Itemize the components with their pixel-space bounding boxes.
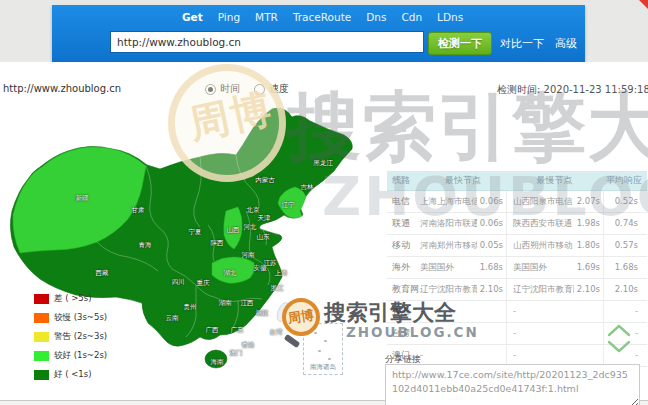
nav-item-traceroute[interactable]: TraceRoute	[293, 11, 351, 23]
col-line: 线路	[387, 171, 420, 190]
table-row[interactable]: 香港---	[387, 301, 647, 323]
table-row[interactable]: 移动河南郑州市移动0.05s山西朔州市移动1.80s0.57s	[387, 235, 647, 257]
legend-label: 较慢 (3s~5s)	[54, 312, 107, 324]
legend-item: 好 ( <1s)	[34, 369, 107, 381]
nav-item-mtr[interactable]: MTR	[255, 11, 278, 23]
island-dot	[314, 332, 317, 334]
fastest-node: -	[420, 301, 477, 322]
fastest-node: -	[420, 345, 477, 366]
south-sea-inset: 南海诸岛	[303, 323, 343, 375]
fastest-value	[477, 301, 506, 322]
slowest-value	[574, 345, 603, 366]
line-name: 教育网	[387, 279, 420, 300]
legend-color-swatch	[34, 313, 49, 323]
speed-test-page: GetPingMTRTraceRouteDnsCdnLDns 检测一下 对比一下…	[0, 0, 648, 405]
slowest-value	[574, 323, 603, 344]
corner-red-triangle	[639, 0, 648, 9]
check-button[interactable]: 检测一下	[428, 32, 492, 55]
content-panel: http://www.zhoublog.cn 时间 速度 检测时间: 2020-…	[0, 62, 648, 401]
fastest-value: 0.06s	[477, 213, 506, 234]
fastest-node: 辽宁沈阳市教育网	[420, 279, 477, 300]
legend-color-swatch	[34, 370, 49, 380]
fastest-node: 河南洛阳市联通	[420, 213, 477, 234]
average-value: 0.57s	[603, 235, 644, 256]
radio-speed-label: 速度	[269, 82, 289, 96]
table-row[interactable]: 电信上海上海市电信0.06s山西阳泉市电信2.07s0.52s	[387, 191, 647, 213]
slowest-node: 陕西西安市联通	[506, 213, 574, 234]
legend-item: 较慢 (3s~5s)	[34, 312, 107, 324]
island-dot	[318, 350, 321, 352]
slowest-value: 2.07s	[574, 191, 603, 212]
test-time-label: 检测时间:	[497, 84, 540, 95]
fastest-node: 美国国外	[420, 257, 477, 278]
average-value: 2.10s	[603, 279, 644, 300]
radio-speed[interactable]: 速度	[254, 82, 289, 96]
map-hainan-island[interactable]	[205, 350, 227, 368]
south-sea-label: 南海诸岛	[310, 363, 336, 372]
col-average: 平均响应	[603, 171, 645, 190]
test-time-value: 2020-11-23 11:59:18	[544, 84, 648, 95]
radio-time[interactable]: 时间	[205, 82, 240, 96]
nav-item-ldns[interactable]: LDns	[437, 11, 463, 23]
table-scroll-controls	[606, 323, 632, 355]
legend-color-swatch	[34, 332, 49, 342]
slowest-node: -	[506, 323, 574, 344]
slowest-node: 山西朔州市移动	[506, 235, 574, 256]
results-table-header: 线路 最快节点 最慢节点 平均响应	[387, 171, 647, 191]
average-value: 0.52s	[603, 191, 644, 212]
test-time: 检测时间: 2020-11-23 11:59:18	[497, 83, 648, 97]
legend-item: 较好 (1s~2s)	[34, 350, 107, 362]
nav-item-ping[interactable]: Ping	[218, 11, 240, 23]
tested-url-text: http://www.zhoublog.cn	[3, 83, 121, 94]
legend-item: 警告 (2s~3s)	[34, 331, 107, 343]
fastest-value: 0.06s	[477, 191, 506, 212]
slowest-value: 1.98s	[574, 213, 603, 234]
average-value: 0.74s	[603, 213, 644, 234]
legend-color-swatch	[34, 351, 49, 361]
table-row[interactable]: 教育网辽宁沈阳市教育网2.10s辽宁沈阳市教育网2.10s2.10s	[387, 279, 647, 301]
nav-item-dns[interactable]: Dns	[366, 11, 386, 23]
scroll-up-icon[interactable]	[606, 323, 632, 338]
slowest-value: 1.80s	[574, 235, 603, 256]
legend-item: 差 ( >5s)	[34, 293, 107, 305]
table-row[interactable]: 联通河南洛阳市联通0.06s陕西西安市联通1.98s0.74s	[387, 213, 647, 235]
fastest-value	[477, 323, 506, 344]
line-name: 移动	[387, 235, 420, 256]
legend-color-swatch	[34, 294, 49, 304]
fastest-node: 河南郑州市移动	[420, 235, 477, 256]
island-dot	[324, 340, 327, 342]
fastest-value: 0.05s	[477, 235, 506, 256]
share-url-textarea[interactable]: http://www.17ce.com/site/http/20201123_2…	[385, 364, 640, 405]
advanced-link[interactable]: 高级	[555, 36, 577, 51]
url-input[interactable]	[110, 31, 424, 53]
map-province-hubei[interactable]	[212, 257, 255, 283]
nav-item-cdn[interactable]: Cdn	[401, 11, 422, 23]
legend-label: 好 ( <1s)	[54, 369, 92, 381]
line-name: 联通	[387, 213, 420, 234]
slowest-node: 辽宁沈阳市教育网	[506, 279, 574, 300]
radio-speed-dot[interactable]	[254, 84, 265, 95]
slowest-node: 美国国外	[506, 257, 574, 278]
slowest-value: 2.10s	[574, 279, 603, 300]
col-fastest: 最快节点	[420, 171, 506, 190]
scroll-down-icon[interactable]	[606, 339, 632, 354]
map-taiwan-island[interactable]	[275, 301, 292, 323]
table-row[interactable]: 海外美国国外1.68s美国国外1.69s1.68s	[387, 257, 647, 279]
legend-label: 差 ( >5s)	[54, 293, 92, 305]
fastest-node: -	[420, 323, 477, 344]
line-name: 台湾	[387, 323, 420, 344]
legend-label: 较好 (1s~2s)	[54, 350, 107, 362]
compare-link[interactable]: 对比一下	[500, 36, 544, 51]
fastest-value: 2.10s	[477, 279, 506, 300]
island-dot	[328, 358, 331, 360]
radio-time-label: 时间	[220, 82, 240, 96]
line-name: 电信	[387, 191, 420, 212]
slowest-node: -	[506, 345, 574, 366]
fastest-value	[477, 345, 506, 366]
col-slowest: 最慢节点	[506, 171, 603, 190]
slowest-value: 1.69s	[574, 257, 603, 278]
line-name: 海外	[387, 257, 420, 278]
nav-item-get[interactable]: Get	[182, 11, 203, 23]
radio-time-dot[interactable]	[205, 84, 216, 95]
china-map[interactable]: 新疆西藏青海甘肃宁夏内蒙古黑龙江吉林辽宁北京天津河北山西山东河南陕西四川重庆湖北…	[0, 95, 375, 390]
